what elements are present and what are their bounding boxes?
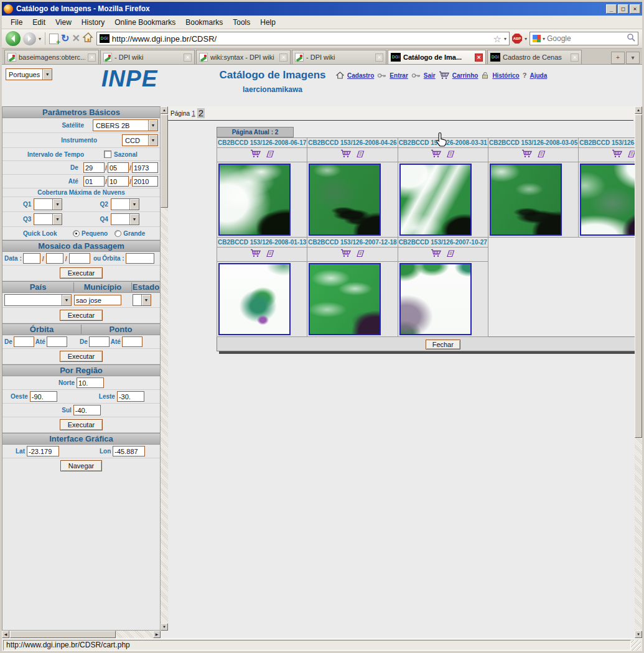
list-tabs-icon[interactable]: ▾	[626, 52, 640, 64]
scene-info-icon[interactable]	[536, 149, 546, 160]
sidebar-vertical-scrollbar[interactable]: ▲ ▼	[161, 106, 168, 631]
add-to-cart-icon[interactable]	[521, 149, 532, 160]
scroll-down-icon[interactable]: ▼	[635, 631, 642, 638]
reload-icon[interactable]: ↻	[61, 34, 69, 44]
q2-select[interactable]: ▼	[111, 198, 139, 210]
orbit-point-execute-button[interactable]: Executar	[60, 351, 103, 362]
search-engine-dropdown-icon[interactable]: ▾	[543, 36, 545, 42]
scroll-right-icon[interactable]: ▶	[153, 631, 161, 638]
link-carrinho[interactable]: Carrinho	[452, 72, 478, 79]
scene-thumbnail[interactable]	[399, 164, 472, 236]
tab-cadastro-cenas[interactable]: DGI Cadastro de Cenas ✕	[487, 50, 582, 64]
link-entrar[interactable]: Entrar	[390, 72, 408, 79]
minimize-button[interactable]: _	[606, 4, 617, 14]
link-ajuda[interactable]: Ajuda	[530, 72, 547, 79]
scroll-down-icon[interactable]: ▼	[161, 623, 168, 631]
scene-thumbnail[interactable]	[490, 164, 562, 236]
menu-bookmarks[interactable]: Bookmarks	[180, 17, 228, 28]
scene-info-icon[interactable]	[264, 249, 274, 260]
orbit-to-input[interactable]	[47, 336, 67, 347]
scroll-up-icon[interactable]: ▲	[161, 106, 168, 114]
tab-close-icon[interactable]: ✕	[375, 53, 383, 62]
search-bar[interactable]: ▾	[530, 32, 638, 45]
new-tab-icon[interactable]	[49, 34, 58, 44]
to-day-input[interactable]	[83, 176, 105, 187]
scene-thumbnail[interactable]	[399, 263, 472, 335]
maximize-button[interactable]: □	[618, 4, 628, 14]
tab-close-icon[interactable]: ✕	[279, 53, 287, 62]
resize-grip-icon[interactable]	[631, 640, 641, 651]
mosaic-execute-button[interactable]: Executar	[60, 267, 103, 279]
add-to-cart-icon[interactable]	[250, 249, 261, 260]
sidebar-horizontal-scrollbar[interactable]: ◀ ▶	[2, 631, 161, 638]
q3-select[interactable]: ▼	[34, 213, 62, 225]
point-from-input[interactable]	[89, 336, 110, 347]
back-button[interactable]	[6, 31, 21, 46]
tab-close-icon[interactable]: ✕	[88, 53, 96, 62]
tab-catalogo-imagens[interactable]: DGI Catálogo de Ima... ✕	[388, 50, 486, 64]
country-select[interactable]: ▼	[4, 294, 72, 306]
scroll-left-icon[interactable]: ◀	[2, 631, 9, 638]
home-icon[interactable]	[83, 32, 94, 45]
from-month-input[interactable]	[108, 162, 129, 173]
main-vertical-scrollbar[interactable]: ▲ ▼	[635, 106, 642, 638]
history-dropdown-icon[interactable]: ▾	[39, 36, 41, 42]
q4-select[interactable]: ▼	[111, 213, 139, 225]
adblock-icon[interactable]: ABP	[512, 34, 522, 44]
from-year-input[interactable]	[132, 162, 158, 173]
menu-history[interactable]: History	[77, 17, 110, 28]
link-sair[interactable]: Sair	[424, 72, 436, 79]
to-month-input[interactable]	[108, 176, 129, 187]
tab-close-icon[interactable]: ✕	[475, 53, 483, 62]
from-day-input[interactable]	[83, 162, 105, 173]
instrument-select[interactable]: CCD ▼	[122, 134, 158, 146]
menu-file[interactable]: File	[6, 17, 27, 28]
menu-edit[interactable]: Edit	[27, 17, 50, 28]
tab-dpi-wiki-1[interactable]: - DPI wiki ✕	[100, 50, 195, 64]
scene-thumbnail[interactable]	[309, 164, 381, 236]
scene-info-icon[interactable]	[445, 149, 455, 160]
south-input[interactable]	[73, 405, 101, 415]
menu-help[interactable]: Help	[255, 17, 281, 28]
menu-view[interactable]: View	[50, 17, 77, 28]
scrollbar-thumb[interactable]	[635, 114, 642, 438]
menu-tools[interactable]: Tools	[228, 17, 255, 28]
adblock-dropdown-icon[interactable]: ▾	[525, 36, 527, 42]
north-input[interactable]	[77, 377, 104, 388]
quicklook-large-radio[interactable]	[114, 230, 121, 237]
close-results-button[interactable]: Fechar	[426, 340, 460, 350]
tab-close-icon[interactable]: ✕	[184, 53, 192, 62]
add-to-cart-icon[interactable]	[431, 149, 441, 160]
scene-info-icon[interactable]	[355, 149, 365, 160]
tab-wiki-syntax[interactable]: wiki:syntax - DPI wiki ✕	[196, 50, 291, 64]
seasonal-checkbox[interactable]	[104, 151, 111, 158]
mosaic-day-input[interactable]	[23, 253, 40, 264]
q1-select[interactable]: ▼	[34, 198, 62, 210]
scrollbar-thumb[interactable]	[10, 631, 116, 638]
search-magnifier-icon[interactable]	[627, 33, 635, 44]
quicklook-small-radio[interactable]	[73, 230, 80, 237]
new-tab-button[interactable]: +	[611, 52, 625, 64]
page-1-link[interactable]: 1	[192, 110, 195, 117]
east-input[interactable]	[117, 391, 144, 402]
state-select[interactable]: ▼	[133, 294, 151, 306]
menu-online-bookmarks[interactable]: Online Bookmarks	[110, 17, 180, 28]
add-to-cart-icon[interactable]	[250, 149, 261, 160]
mosaic-orbit-input[interactable]	[126, 253, 154, 264]
scene-thumbnail[interactable]	[218, 263, 291, 335]
close-button[interactable]: ✕	[630, 4, 640, 14]
language-select[interactable]: Portugues ▼	[6, 68, 52, 80]
west-input[interactable]	[30, 391, 57, 402]
forward-button[interactable]	[23, 32, 36, 45]
tab-baseimagens[interactable]: baseimagens:obterc... ✕	[4, 50, 99, 64]
url-bar[interactable]: DGI ☆ ▾	[96, 32, 510, 45]
link-historico[interactable]: Histórico	[492, 72, 519, 79]
url-dropdown-icon[interactable]: ▾	[504, 36, 506, 42]
mosaic-month-input[interactable]	[46, 253, 63, 264]
add-to-cart-icon[interactable]	[340, 249, 351, 260]
scene-info-icon[interactable]	[264, 149, 274, 160]
url-input[interactable]	[112, 34, 491, 44]
add-to-cart-icon[interactable]	[431, 249, 441, 260]
navigate-button[interactable]: Navegar	[60, 460, 103, 471]
scrollbar-thumb[interactable]	[161, 114, 168, 208]
